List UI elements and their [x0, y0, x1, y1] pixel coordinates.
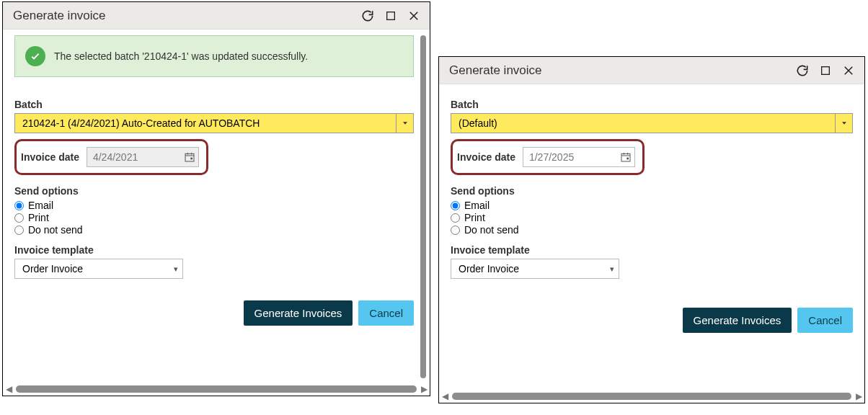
radio-none-input[interactable] — [451, 226, 460, 235]
radio-none-label: Do not send — [464, 224, 519, 236]
send-options-label: Send options — [14, 185, 414, 197]
radio-email-input[interactable] — [451, 201, 460, 210]
scroll-left-icon[interactable]: ◀ — [440, 391, 449, 401]
radio-print[interactable]: Print — [451, 212, 853, 223]
send-options-group: Send options Email Print Do not send — [451, 185, 853, 236]
cancel-button[interactable]: Cancel — [358, 300, 414, 326]
horizontal-scrollbar[interactable]: ◀ ▶ — [3, 383, 430, 396]
svg-rect-5 — [626, 158, 629, 160]
radio-none-label: Do not send — [28, 224, 83, 236]
radio-print-label: Print — [464, 212, 485, 223]
button-row: Generate Invoices Cancel — [14, 300, 414, 326]
refresh-icon[interactable] — [359, 7, 376, 24]
content-area: The selected batch '210424-1' was update… — [3, 30, 418, 383]
window-title: Generate invoice — [449, 63, 794, 78]
batch-label: Batch — [451, 99, 853, 110]
batch-label: Batch — [14, 99, 414, 110]
radio-email-input[interactable] — [14, 201, 24, 210]
invoice-template-group: Invoice template Order Invoice ▾ — [14, 244, 414, 279]
button-row: Generate Invoices Cancel — [451, 308, 853, 333]
invoice-date-input-wrap — [87, 147, 199, 167]
chevron-down-icon — [835, 114, 852, 133]
titlebar: Generate invoice — [439, 57, 864, 84]
invoice-template-label: Invoice template — [14, 244, 414, 256]
radio-print-input[interactable] — [14, 213, 24, 223]
send-options-group: Send options Email Print Do not send — [14, 185, 414, 236]
invoice-template-value: Order Invoice — [22, 263, 83, 275]
radio-email-label: Email — [28, 200, 53, 211]
maximize-icon[interactable] — [382, 7, 399, 24]
chevron-down-icon — [396, 114, 413, 133]
generate-invoice-window-right: Generate invoice Batch (Default) — [438, 56, 865, 403]
scrollbar-track[interactable] — [16, 385, 417, 393]
scroll-left-icon[interactable]: ◀ — [4, 384, 13, 394]
close-icon[interactable] — [405, 7, 422, 24]
generate-invoice-window-left: Generate invoice The selected batch '210… — [2, 1, 430, 396]
calendar-icon[interactable] — [181, 148, 198, 166]
invoice-template-value: Order Invoice — [459, 263, 519, 275]
invoice-template-dropdown[interactable]: Order Invoice ▾ — [451, 259, 619, 279]
invoice-template-group: Invoice template Order Invoice ▾ — [451, 244, 853, 279]
svg-rect-4 — [621, 153, 630, 161]
radio-email[interactable]: Email — [14, 200, 414, 211]
batch-value: (Default) — [451, 114, 835, 133]
batch-dropdown[interactable]: 210424-1 (4/24/2021) Auto-Created for AU… — [14, 113, 414, 133]
svg-rect-3 — [822, 66, 830, 74]
invoice-template-dropdown[interactable]: Order Invoice ▾ — [14, 259, 183, 279]
scroll-right-icon[interactable]: ▶ — [420, 384, 428, 394]
radio-print[interactable]: Print — [14, 212, 414, 223]
window-controls — [794, 62, 857, 79]
calendar-icon[interactable] — [617, 148, 634, 166]
invoice-date-group: Invoice date — [14, 139, 208, 175]
generate-invoices-button[interactable]: Generate Invoices — [683, 308, 792, 333]
vertical-scrollbar[interactable] — [418, 32, 428, 383]
radio-none[interactable]: Do not send — [451, 224, 853, 236]
invoice-date-input[interactable] — [523, 148, 617, 166]
scrollbar-thumb[interactable] — [420, 35, 426, 378]
window-body: The selected batch '210424-1' was update… — [3, 30, 430, 383]
window-body: Batch (Default) Invoice date — [439, 84, 864, 390]
batch-group: Batch 210424-1 (4/24/2021) Auto-Created … — [14, 99, 414, 133]
alert-message: The selected batch '210424-1' was update… — [54, 50, 308, 62]
generate-invoices-button[interactable]: Generate Invoices — [244, 300, 353, 326]
radio-print-input[interactable] — [451, 213, 460, 223]
scroll-right-icon[interactable]: ▶ — [854, 391, 863, 401]
radio-email-label: Email — [464, 200, 490, 211]
svg-rect-0 — [387, 12, 395, 19]
close-icon[interactable] — [840, 62, 857, 79]
horizontal-scrollbar[interactable]: ◀ ▶ — [439, 390, 864, 403]
window-title: Generate invoice — [13, 9, 359, 23]
content-area: Batch (Default) Invoice date — [439, 84, 864, 390]
batch-group: Batch (Default) — [451, 99, 853, 133]
scrollbar-track[interactable] — [452, 393, 851, 400]
refresh-icon[interactable] — [794, 62, 811, 79]
send-options-label: Send options — [451, 185, 853, 197]
radio-none[interactable]: Do not send — [14, 224, 414, 236]
check-circle-icon — [25, 46, 45, 66]
maximize-icon[interactable] — [817, 62, 834, 79]
invoice-date-label: Invoice date — [21, 151, 79, 163]
radio-none-input[interactable] — [14, 226, 24, 235]
radio-email[interactable]: Email — [451, 200, 853, 211]
invoice-date-group: Invoice date — [451, 139, 645, 175]
titlebar: Generate invoice — [3, 2, 430, 30]
invoice-date-label: Invoice date — [457, 151, 515, 163]
invoice-date-input-wrap — [523, 147, 635, 167]
invoice-date-input[interactable] — [87, 148, 181, 166]
svg-rect-2 — [190, 158, 192, 160]
batch-dropdown[interactable]: (Default) — [451, 113, 853, 133]
batch-value: 210424-1 (4/24/2021) Auto-Created for AU… — [15, 114, 396, 133]
invoice-template-label: Invoice template — [451, 244, 853, 256]
window-controls — [359, 7, 422, 24]
cancel-button[interactable]: Cancel — [797, 308, 853, 333]
chevron-down-icon: ▾ — [610, 264, 614, 274]
chevron-down-icon: ▾ — [174, 264, 178, 274]
radio-print-label: Print — [28, 212, 49, 223]
svg-rect-1 — [185, 153, 194, 161]
success-alert: The selected batch '210424-1' was update… — [14, 35, 414, 77]
